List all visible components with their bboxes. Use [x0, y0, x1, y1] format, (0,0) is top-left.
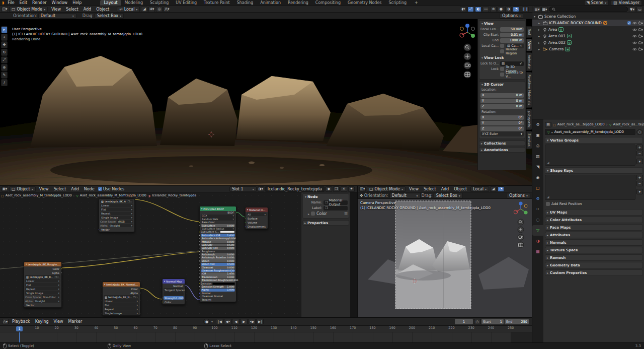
data-name-field[interactable]: ▽▾ Aset_rock_assembly_M_temtejqda_LOD0	[545, 129, 635, 135]
menu-select[interactable]: Select	[63, 7, 81, 12]
socket-in-color[interactable]: Color	[164, 300, 184, 304]
menu-keying[interactable]: Keying	[33, 319, 51, 324]
workspace-tab-animation[interactable]: Animation	[257, 0, 284, 6]
color-attributes-panel-collapsed[interactable]: ▸Color Attributes	[545, 217, 643, 223]
mode-selector[interactable]: ▢Object Mode▾	[367, 186, 406, 192]
workspace-tab-sculpting[interactable]: Sculpting	[146, 0, 172, 6]
node-dropdown-srgb[interactable]: sRGB▾	[117, 220, 133, 223]
attributes-panel-collapsed[interactable]: ▸Attributes	[545, 232, 643, 238]
tool-rotate[interactable]: ↻	[1, 49, 8, 56]
node-dropdown-repeat[interactable]: Repeat▾	[100, 212, 133, 215]
camera-icon[interactable]	[638, 28, 643, 31]
node-dropdown-ggx[interactable]: GGX▾	[201, 215, 235, 218]
node-value-sheen-tint[interactable]: Sheen Tint0.500	[201, 263, 235, 266]
properties-tab-modifiers[interactable]: ⚙	[532, 193, 543, 204]
camera-to-view-checkbox[interactable]	[500, 73, 504, 77]
slot-dropdown[interactable]: Slot 1▾	[229, 186, 257, 192]
timeline-tracks[interactable]	[0, 332, 532, 343]
node-dropdown-linear[interactable]: Linear▾	[104, 299, 139, 303]
disclosure-icon[interactable]: ▾	[534, 15, 537, 18]
options-dropdown[interactable]: Options▾	[507, 193, 530, 198]
node-header[interactable]: ▾Normal Map	[163, 279, 185, 284]
npanel-tab-tool[interactable]: Tool	[526, 26, 532, 38]
local-camera-checkbox[interactable]	[500, 44, 504, 48]
menu-view[interactable]: View	[37, 187, 51, 191]
camera-icon[interactable]	[638, 41, 643, 44]
properties-tab-output[interactable]: ⎙	[532, 141, 543, 151]
editor-type-timeline-icon[interactable]: ◷▾	[2, 319, 9, 324]
cursor-rotation-z[interactable]: Z0°	[480, 126, 524, 131]
workspace-tab-uv-editing[interactable]: UV Editing	[172, 0, 200, 6]
snap-magnet-button[interactable]: ◢	[490, 186, 497, 192]
hide-eye-icon[interactable]	[632, 41, 637, 44]
node-value-subsurface-anisotropy[interactable]: Subsurface Anisotropy0.000	[201, 237, 235, 240]
options-dropdown[interactable]: Options▾	[500, 13, 523, 19]
socket-out-bsdf[interactable]: BSDF	[201, 212, 235, 215]
fake-user-shield-button[interactable]: ◆	[326, 186, 332, 192]
uv-maps-panel-collapsed[interactable]: ▸UV Maps	[545, 209, 643, 216]
cursor-rotation-x[interactable]: X0°	[480, 115, 524, 120]
camera-icon[interactable]	[638, 21, 643, 25]
lock-3d-cursor-checkbox[interactable]	[500, 67, 504, 71]
material-name-field[interactable]: Icelandic_Rocky_temtejqda	[265, 186, 325, 192]
menu-view[interactable]: View	[51, 319, 66, 324]
outliner-row-icelandic-rocky-ground[interactable]: ▸ ICELANDIC ROCKY GROUND V ✓	[532, 20, 644, 26]
transform-orientation[interactable]: Local▾	[470, 186, 489, 192]
shading-rendered-button[interactable]: ◔	[498, 186, 504, 192]
socket-in-clearcoat-normal[interactable]: Clearcoat Normal	[201, 295, 235, 298]
disclosure-icon[interactable]: ▸	[538, 34, 541, 38]
node-color-subsurface-c[interactable]: Subsurface C...	[201, 231, 235, 234]
node-value-sheen[interactable]: Sheen0.000	[201, 259, 235, 262]
socket-out-normal[interactable]: Normal	[164, 284, 184, 288]
menu-view[interactable]: View	[49, 7, 63, 12]
camera-icon[interactable]	[638, 47, 643, 51]
camera-icon[interactable]	[543, 47, 547, 51]
properties-tab-material[interactable]: ◑	[532, 236, 543, 246]
face-maps-panel-collapsed[interactable]: ▸Face Maps	[545, 224, 643, 231]
render-pause-button[interactable]: ❙❙	[522, 7, 529, 12]
node-principled-bsdf[interactable]: ▾Principled BSDF BSDFGGX▾Random Walk▾Bas…	[199, 206, 236, 302]
socket-in-volume[interactable]: Volume	[247, 221, 267, 224]
hide-eye-icon[interactable]	[632, 28, 637, 31]
blender-logo-icon[interactable]: ◗	[2, 1, 4, 5]
outliner-row-area[interactable]: ▸ Area ⚙	[532, 26, 644, 33]
node-color-emission[interactable]: Emission	[201, 282, 235, 285]
tool-select-box[interactable]: ▸	[1, 26, 8, 33]
menu-file[interactable]: File	[5, 1, 17, 5]
node-header[interactable]: ▾temtejqda_8K_Normal_LOD0.jpg	[103, 282, 140, 287]
editor-type-properties-icon[interactable]: ▤	[545, 122, 551, 127]
node-value-emission-strength[interactable]: Emission Strength1.000	[201, 286, 235, 289]
new-material-button[interactable]: ❐	[333, 186, 340, 192]
shader-type-dropdown[interactable]: ▢Object▾	[9, 186, 36, 192]
shape-keys-remove-button[interactable]: −	[636, 181, 643, 186]
collections-panel-collapsed[interactable]: ▸Collections	[479, 141, 525, 146]
npanel-tab-view[interactable]: View	[526, 39, 532, 51]
tool-transform[interactable]: ⊕	[1, 64, 8, 71]
scene-selector[interactable]: ◥ Scene▾	[584, 0, 609, 6]
frame-end-field[interactable]: End250	[505, 319, 529, 324]
hide-eye-icon[interactable]	[632, 35, 637, 38]
breadcrumb-data[interactable]: Aset_rock_as...tejqda_LOD0	[613, 122, 644, 126]
node-value-clearcoat-roughness[interactable]: Clearcoat Roughness0.030	[201, 269, 235, 272]
vertex-groups-header[interactable]: ▾Vertex Groups	[545, 137, 643, 144]
node-dropdown-all[interactable]: All▾	[247, 213, 267, 216]
outliner-row-camera[interactable]: ▸ Camera ▣	[532, 46, 644, 52]
image-selector[interactable]: ▧temtejqda_8K_N...❐▭	[104, 295, 139, 299]
socket-in-surface[interactable]: Surface	[247, 217, 267, 220]
node-albedo[interactable]: ▧temtejqda_8K_Al...❐▭Linear▾Flat▾Repeat▾…	[99, 198, 135, 232]
image-selector[interactable]: ▧temtejqda_8K_R...❐▭	[25, 275, 60, 278]
render-region-checkbox[interactable]	[500, 49, 504, 53]
view-lock-header[interactable]: ▾View Lock	[480, 55, 524, 60]
menu-object[interactable]: Object	[451, 187, 469, 191]
focal-length-field[interactable]: 50 mm	[500, 27, 524, 32]
node-value-specular[interactable]: Specular0.500	[201, 244, 235, 247]
add-workspace-button[interactable]: +	[411, 0, 422, 6]
play-button[interactable]: ▶	[240, 319, 248, 324]
properties-tab-particles[interactable]: ∷	[532, 204, 543, 215]
node-header[interactable]: ▾Material Output	[246, 207, 268, 212]
workspace-tab-compositing[interactable]: Compositing	[312, 0, 344, 6]
tool-measure[interactable]: ∕	[1, 79, 8, 86]
tool-cursor[interactable]: ⌖	[1, 34, 8, 41]
editor-type-outliner-icon[interactable]: ☰▾	[534, 7, 540, 12]
menu-select[interactable]: Select	[51, 187, 69, 191]
